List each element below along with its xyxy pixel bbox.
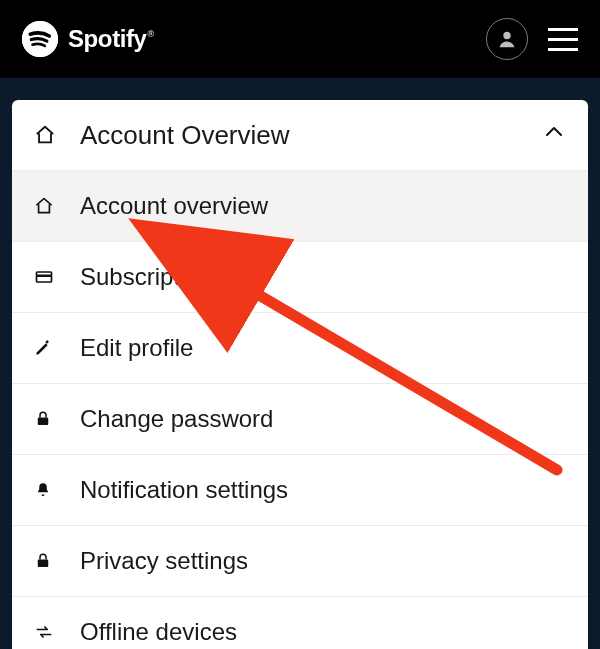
- menu-item-edit-profile[interactable]: Edit profile: [12, 313, 588, 384]
- lock-icon: [34, 552, 80, 570]
- menu-item-subscription[interactable]: Subscription: [12, 242, 588, 313]
- menu-item-label: Subscription: [80, 263, 566, 291]
- menu-item-account-overview[interactable]: Account overview: [12, 171, 588, 242]
- top-navbar: Spotify: [0, 0, 600, 78]
- svg-rect-5: [38, 560, 49, 568]
- svg-point-1: [503, 32, 510, 39]
- menu-item-offline-devices[interactable]: Offline devices: [12, 597, 588, 649]
- menu-item-privacy-settings[interactable]: Privacy settings: [12, 526, 588, 597]
- menu-item-label: Change password: [80, 405, 566, 433]
- user-icon: [496, 28, 518, 50]
- topbar-right: [486, 18, 578, 60]
- menu-header-label: Account Overview: [80, 120, 542, 151]
- account-menu-panel: Account Overview Account overview Subscr…: [12, 100, 588, 649]
- lock-icon: [34, 410, 80, 428]
- card-icon: [34, 267, 80, 287]
- chevron-up-icon: [542, 120, 566, 151]
- account-menu-header[interactable]: Account Overview: [12, 100, 588, 171]
- brand-name: Spotify: [68, 25, 153, 53]
- menu-item-label: Account overview: [80, 192, 566, 220]
- menu-item-label: Edit profile: [80, 334, 566, 362]
- pencil-icon: [34, 339, 80, 357]
- spotify-logo-icon: [22, 21, 58, 57]
- hamburger-menu-button[interactable]: [548, 28, 578, 51]
- profile-avatar-button[interactable]: [486, 18, 528, 60]
- bell-icon: [34, 481, 80, 499]
- svg-rect-4: [38, 418, 49, 426]
- brand-block[interactable]: Spotify: [22, 21, 153, 57]
- menu-item-label: Privacy settings: [80, 547, 566, 575]
- menu-item-change-password[interactable]: Change password: [12, 384, 588, 455]
- home-icon: [34, 196, 80, 216]
- home-icon: [34, 124, 80, 146]
- menu-item-label: Offline devices: [80, 618, 566, 646]
- account-menu-list: Account Overview Account overview Subscr…: [12, 100, 588, 649]
- swap-icon: [34, 622, 80, 642]
- menu-item-label: Notification settings: [80, 476, 566, 504]
- svg-rect-3: [37, 275, 52, 278]
- menu-item-notification-settings[interactable]: Notification settings: [12, 455, 588, 526]
